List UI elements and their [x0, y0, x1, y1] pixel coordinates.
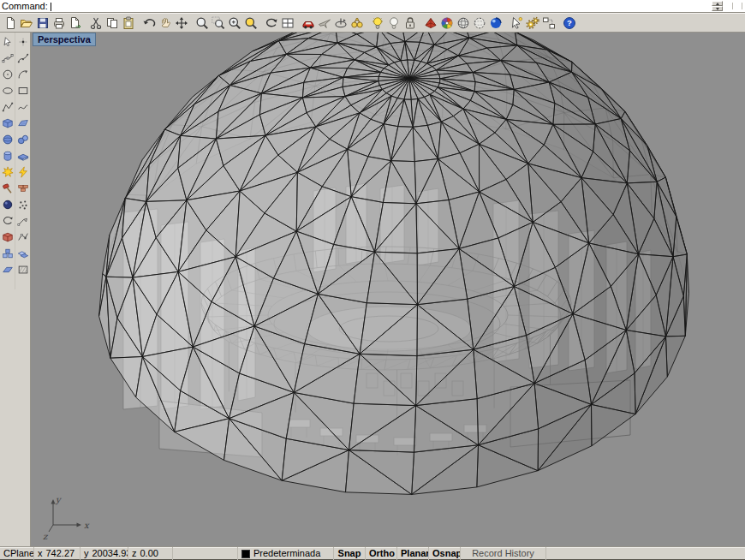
plane-button[interactable] [0, 261, 15, 277]
undo-icon [142, 16, 156, 30]
zoom-dynamic-button[interactable] [226, 15, 242, 32]
arc-button[interactable] [15, 66, 30, 82]
leader-button[interactable] [15, 212, 30, 229]
print-icon [52, 16, 66, 30]
point-cloud-button[interactable] [15, 196, 30, 212]
command-history-spinner[interactable] [712, 1, 723, 12]
cut-button[interactable] [87, 15, 104, 32]
layer-color-swatch [241, 550, 250, 558]
slab-button[interactable] [15, 147, 30, 164]
gears-button[interactable] [524, 15, 540, 32]
interpolate-curve-button[interactable] [15, 50, 30, 66]
copy-plane-button[interactable] [15, 245, 30, 261]
ghosted-sphere-button[interactable] [471, 15, 487, 32]
turntable-button[interactable] [332, 15, 349, 32]
perspective-viewport[interactable]: yxz Perspectiva [31, 33, 745, 546]
undo-button[interactable] [140, 15, 157, 32]
snap-toggle[interactable]: Snap [334, 547, 366, 560]
spheres-button[interactable] [15, 131, 30, 147]
script-link-button[interactable] [540, 15, 557, 32]
surface-corner-button[interactable] [15, 115, 30, 131]
sphere-button[interactable] [0, 131, 15, 147]
polyline-button[interactable] [0, 98, 15, 115]
binoculars-icon [350, 16, 364, 30]
bulb-off-button[interactable] [385, 15, 402, 32]
osnap-toggle[interactable]: Osnap [429, 547, 461, 560]
status-bar: CPlane x742.27 y20034.93 z0.00 Predeterm… [0, 546, 745, 560]
arc-icon [17, 69, 29, 80]
open-folder-button[interactable] [18, 15, 34, 32]
zoom-extents-button[interactable] [242, 15, 259, 32]
fly-icon [318, 16, 331, 30]
dark-sphere-button[interactable] [0, 196, 15, 212]
svg-text:x: x [84, 521, 90, 530]
rendered-sphere-button[interactable] [455, 15, 471, 32]
planar-toggle[interactable]: Planar [397, 547, 429, 560]
record-history-toggle[interactable]: Record History [461, 547, 546, 560]
toolbar-group [263, 15, 295, 32]
bricks-button[interactable] [15, 180, 30, 196]
plane-icon [2, 264, 14, 276]
x-coordinate-label: x [38, 548, 43, 558]
x-coordinate-value: 742.27 [46, 548, 75, 558]
rotate-view-button[interactable] [263, 15, 279, 32]
cylinder-button[interactable] [0, 147, 15, 164]
viewport-title-tab[interactable]: Perspectiva [33, 33, 96, 46]
explode-button[interactable] [0, 164, 15, 180]
gears-icon [526, 16, 539, 30]
dome-scene: yxz [31, 33, 745, 546]
bulb-on-icon [371, 16, 384, 30]
edit-polyline-button[interactable] [15, 229, 30, 245]
freeform-curve-button[interactable] [15, 98, 30, 115]
pick-arrow-button[interactable] [508, 15, 524, 32]
select-button[interactable] [0, 33, 15, 50]
paste-button[interactable] [120, 15, 136, 32]
toolbar-group [508, 15, 557, 32]
point-button[interactable] [15, 33, 30, 50]
rectangle-button[interactable] [15, 82, 30, 98]
zoom-window-button[interactable] [210, 15, 226, 32]
red-box-button[interactable] [0, 229, 15, 245]
x-coordinate: x742.27 [34, 547, 80, 560]
z-coordinate: z0.00 [128, 547, 173, 560]
lightning-button[interactable] [15, 164, 30, 180]
control-point-curve-icon [2, 52, 14, 64]
chevron-down-icon [716, 8, 719, 10]
copy-button[interactable] [104, 15, 120, 32]
car-button[interactable] [300, 15, 316, 32]
cplane-button[interactable]: CPlane [0, 547, 34, 560]
binoculars-button[interactable] [349, 15, 365, 32]
new-document-button[interactable] [2, 15, 18, 32]
cylinder-icon [2, 150, 14, 162]
group-boxes-button[interactable] [0, 245, 15, 261]
command-caret [51, 3, 51, 11]
move-view-button[interactable] [173, 15, 189, 32]
bulb-on-button[interactable] [369, 15, 385, 32]
command-input[interactable]: Command: [0, 0, 745, 13]
lock-button[interactable] [402, 15, 418, 32]
control-point-curve-button[interactable] [0, 50, 15, 66]
current-layer-button[interactable]: Predeterminada [238, 547, 334, 560]
print-button[interactable] [51, 15, 67, 32]
ortho-toggle[interactable]: Ortho [366, 547, 397, 560]
render-button[interactable] [487, 15, 504, 32]
hatch-button[interactable] [15, 261, 30, 277]
color-wheel-button[interactable] [438, 15, 455, 32]
export-page-button[interactable] [67, 15, 83, 32]
save-button[interactable] [34, 15, 51, 32]
help-button[interactable]: ? [561, 15, 577, 32]
surface-box-button[interactable] [0, 115, 15, 131]
hammer-button[interactable] [0, 180, 15, 196]
circle-button[interactable] [0, 66, 15, 82]
rotate-curve-button[interactable] [0, 212, 15, 229]
shade-button[interactable] [422, 15, 438, 32]
spheres-icon [17, 134, 29, 146]
ellipse-button[interactable] [0, 82, 15, 98]
spinner-down-button[interactable] [712, 6, 723, 11]
pan-button[interactable] [157, 15, 173, 32]
fly-button[interactable] [316, 15, 332, 32]
toolbar-group [194, 15, 259, 32]
zoom-button[interactable] [194, 15, 210, 32]
viewport-layout-button[interactable] [279, 15, 295, 32]
zoom-icon [195, 16, 209, 30]
